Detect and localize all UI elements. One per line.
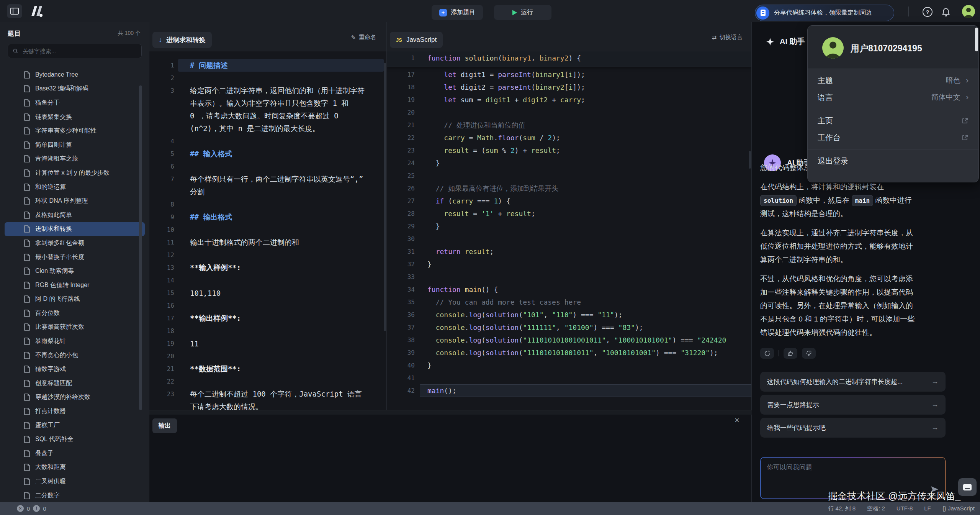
problem-list-item[interactable]: Bytedance Tree xyxy=(0,68,149,82)
problem-list-item[interactable]: 叠盘子 xyxy=(0,446,149,461)
output-tab[interactable]: 输出 xyxy=(152,418,177,433)
suggested-prompt-card[interactable]: 给我一些代码提示吧→ xyxy=(760,418,946,438)
code-editor[interactable]: 17 let digit1 = parseInt(binary1[i]);18 … xyxy=(387,51,752,410)
menu-item-工作台[interactable]: 工作台 xyxy=(808,129,978,146)
menu-user-section: 用户81070294195 xyxy=(808,26,978,69)
markdown-editor[interactable]: 1# 问题描述23给定两个二进制字符串，返回他们的和（用十进制字符串表示）。输入… xyxy=(149,51,387,410)
problem-list-item[interactable]: 进制求和转换 xyxy=(5,222,145,236)
problems-summary[interactable]: × 0 ! 0 xyxy=(17,505,46,512)
code-line: 19 let sum = digit1 + digit2 + carry; xyxy=(387,93,752,106)
add-problem-button[interactable]: + 添加题目 xyxy=(432,5,483,20)
problem-list-item[interactable]: 字符串有多少种可能性 xyxy=(0,124,149,138)
notification-bell-icon[interactable] xyxy=(941,7,951,17)
code-scrollbar[interactable] xyxy=(749,151,751,169)
problem-list-item[interactable]: RGB 色值转 Integer xyxy=(0,278,149,292)
problem-list-item[interactable]: Base32 编码和解码 xyxy=(0,82,149,96)
menu-item-label: 退出登录 xyxy=(818,156,848,166)
problem-list-item[interactable]: 环状 DNA 序列整理 xyxy=(0,194,149,208)
description-scrollbar[interactable] xyxy=(384,63,386,331)
status-item[interactable]: LF xyxy=(924,505,931,512)
problem-list-item[interactable]: 打点计数器 xyxy=(0,404,149,418)
thumbs-down-button[interactable] xyxy=(802,348,816,359)
markdown-line: 16 xyxy=(149,299,387,312)
language-tab[interactable]: JS JavaScript xyxy=(390,32,443,48)
menu-item-label: 主页 xyxy=(818,116,833,126)
problem-list-item[interactable]: 简单四则计算 xyxy=(0,138,149,152)
problem-list-item[interactable]: 穿越沙漠的补给次数 xyxy=(0,390,149,405)
suggested-prompt-card[interactable]: 这段代码如何处理输入的二进制字符串长度超...→ xyxy=(760,372,946,392)
ai-message-actions xyxy=(760,348,816,359)
problem-list-item[interactable]: 创意标题匹配 xyxy=(0,376,149,390)
problem-list-item[interactable]: 二叉树供暖 xyxy=(0,474,149,489)
problem-list-item[interactable]: 蛋糕工厂 xyxy=(0,418,149,433)
rename-button[interactable]: ✎ 重命名 xyxy=(351,34,376,41)
user-avatar[interactable] xyxy=(962,5,975,18)
problem-item-label: 青海湖租车之旅 xyxy=(35,155,78,163)
problem-list-item[interactable]: SQL 代码补全 xyxy=(0,432,149,446)
problem-list-item[interactable]: 比赛最高获胜次数 xyxy=(0,320,149,335)
play-icon xyxy=(512,10,517,15)
problem-item-label: SQL 代码补全 xyxy=(35,435,74,443)
code-line: 24 } xyxy=(387,157,752,169)
problem-list-item[interactable]: 链表聚集交换 xyxy=(0,110,149,124)
code-line: 26 // 如果最高位有进位，添加到结果开头 xyxy=(387,182,752,195)
status-item[interactable]: 空格: 2 xyxy=(867,505,885,512)
inline-code-chip: main xyxy=(852,195,874,206)
problem-list-item[interactable]: 最小替换子串长度 xyxy=(0,250,149,264)
regenerate-button[interactable] xyxy=(760,348,774,359)
problem-list-item[interactable]: 不再贪心的小包 xyxy=(0,348,149,362)
menu-item-主题[interactable]: 主题暗色› xyxy=(808,72,978,89)
problem-list-item[interactable]: 猜数字游戏 xyxy=(0,362,149,376)
status-item[interactable]: UTF-8 xyxy=(897,505,913,512)
markdown-line: 10 xyxy=(149,223,387,236)
menu-item-语言[interactable]: 语言简体中文› xyxy=(808,89,978,106)
thumbs-up-button[interactable] xyxy=(784,348,797,359)
problem-list-item[interactable]: 及格如此简单 xyxy=(0,208,149,222)
problem-list-item[interactable]: Cion 勒索病毒 xyxy=(0,264,149,278)
menu-item-主页[interactable]: 主页 xyxy=(808,112,978,129)
problem-list-item[interactable]: 大数和距离 xyxy=(0,461,149,475)
problem-list-item[interactable]: 拿到最多红包金额 xyxy=(0,236,149,250)
problem-item-label: 简单四则计算 xyxy=(35,141,72,149)
menu-item-label: 主题 xyxy=(818,75,833,86)
sparkle-icon xyxy=(766,38,774,46)
menu-item-value: 暗色 xyxy=(946,75,960,85)
code-line: 35 // You can add more test cases here xyxy=(387,296,752,308)
ai-panel-scrollbar[interactable] xyxy=(975,28,978,51)
ai-message-paragraph: 不过，从代码风格和优化的角度，您可以考虑添加一些注释来解释关键步骤的作用，以提高… xyxy=(760,272,969,339)
close-output-icon[interactable]: × xyxy=(735,415,739,425)
user-dropdown-menu: 用户81070294195 主题暗色›语言简体中文›主页工作台退出登录 xyxy=(807,25,979,182)
problem-item-label: 猫鱼分干 xyxy=(35,99,60,107)
markdown-line: (n^2)，其中 n 是二进制的最大长度。 xyxy=(149,122,387,135)
status-item[interactable]: 行 42, 列 8 xyxy=(828,505,856,512)
problem-list-item[interactable]: 猫鱼分干 xyxy=(0,96,149,110)
switch-language-button[interactable]: ⇄ 切换语言 xyxy=(712,34,743,41)
markdown-line: 1# 问题描述 xyxy=(149,59,387,72)
arrow-right-icon: → xyxy=(931,423,939,432)
problem-list-item[interactable]: 和的逆运算 xyxy=(0,180,149,194)
suggested-prompt-card[interactable]: 需要一点思路提示→ xyxy=(760,395,946,415)
help-icon[interactable]: ? xyxy=(923,7,933,17)
status-item[interactable]: {} JavaScript xyxy=(942,505,975,512)
feedback-widget-button[interactable] xyxy=(958,478,977,496)
problem-list-item[interactable]: 阿 D 的飞行路线 xyxy=(0,292,149,307)
sidebar-scrollbar[interactable] xyxy=(139,85,142,410)
menu-item-退出登录[interactable]: 退出登录 xyxy=(808,153,978,169)
sidebar-toggle-button[interactable] xyxy=(7,4,22,18)
external-link-icon xyxy=(962,134,969,141)
problem-list-item[interactable]: 计算位置 x 到 y 的最少步数 xyxy=(0,166,149,180)
search-input[interactable] xyxy=(22,48,137,55)
problem-list-item[interactable]: 青海湖租车之旅 xyxy=(0,152,149,166)
problem-tab[interactable]: ↓ 进制求和转换 xyxy=(152,32,212,48)
run-button[interactable]: 运行 xyxy=(494,5,551,20)
markdown-line: 2 xyxy=(149,72,387,84)
code-line: 22 carry = Math.floor(sum / 2); xyxy=(387,131,752,144)
problem-list-item[interactable]: 二分数字 xyxy=(0,489,149,502)
promo-banner[interactable]: 分享代码练习体验，领限量定制周边 xyxy=(755,5,894,21)
chevron-right-icon: › xyxy=(966,92,969,102)
problem-list-item[interactable]: 暴雨梨花针 xyxy=(0,334,149,348)
problem-item-label: Bytedance Tree xyxy=(35,71,78,78)
search-box[interactable] xyxy=(8,44,142,58)
topbar-divider xyxy=(908,7,909,16)
problem-list-item[interactable]: 百分位数 xyxy=(0,306,149,320)
